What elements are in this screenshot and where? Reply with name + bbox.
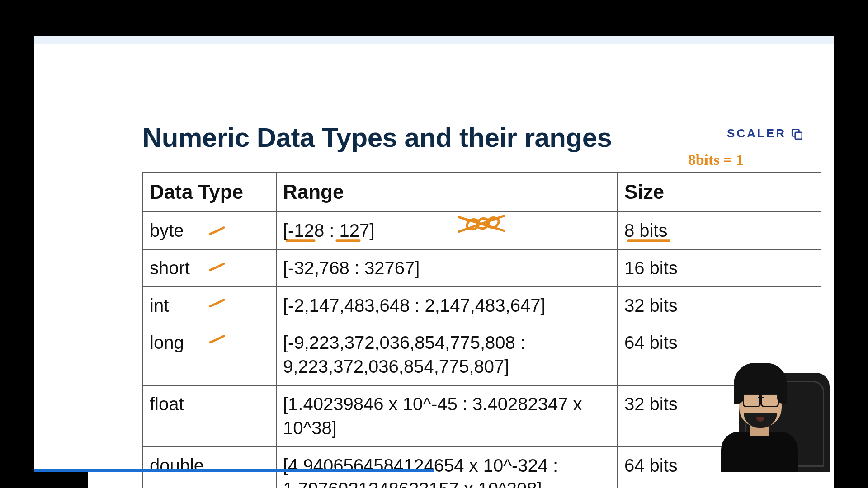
cell-range: [4.9406564584124654 x 10^-324 : 1.797693…	[276, 447, 618, 488]
handwritten-annotation-bits: 8bits = 1	[688, 151, 744, 169]
brand-icon	[791, 128, 802, 140]
cell-size: 32 bits	[618, 287, 821, 324]
cell-range: [-32,768 : 32767]	[276, 249, 618, 287]
cell-range: [1.40239846 x 10^-45 : 3.40282347 x 10^3…	[276, 385, 618, 447]
table-row: int [-2,147,483,648 : 2,147,483,647] 32 …	[143, 287, 821, 324]
glasses-icon	[743, 393, 779, 404]
header-data-type: Data Type	[143, 172, 276, 212]
presenter-webcam	[708, 355, 825, 472]
table-row: short [-32,768 : 32767] 16 bits	[143, 249, 821, 287]
cell-type: float	[143, 385, 276, 447]
video-letterbox: Numeric Data Types and their ranges SCAL…	[34, 36, 834, 472]
slide-title: Numeric Data Types and their ranges	[142, 122, 612, 153]
cell-type: byte	[143, 212, 276, 249]
cell-range: [-2,147,483,648 : 2,147,483,647]	[276, 287, 618, 324]
cell-type: int	[143, 287, 276, 324]
presenter-body	[721, 432, 798, 472]
cell-size: 8 bits	[618, 212, 821, 249]
table-row: byte [-128 : 127] 8 bits	[143, 212, 821, 249]
table-header-row: Data Type Range Size	[143, 172, 821, 212]
cell-range: [-9,223,372,036,854,775,808 : 9,223,372,…	[276, 324, 618, 385]
header-range: Range	[276, 172, 618, 212]
brand-text: SCALER	[727, 127, 786, 141]
svg-rect-1	[795, 132, 802, 139]
presenter-hair	[734, 363, 787, 395]
header-size: Size	[618, 172, 821, 212]
cell-type: double	[143, 447, 276, 488]
playhead-progress[interactable]	[34, 469, 434, 472]
brand-logo: SCALER	[727, 127, 802, 141]
cell-type: long	[143, 324, 276, 385]
cell-size: 16 bits	[618, 249, 821, 287]
cell-range: [-128 : 127]	[276, 212, 618, 249]
slide-header-strip	[34, 36, 834, 44]
cell-type: short	[143, 249, 276, 287]
